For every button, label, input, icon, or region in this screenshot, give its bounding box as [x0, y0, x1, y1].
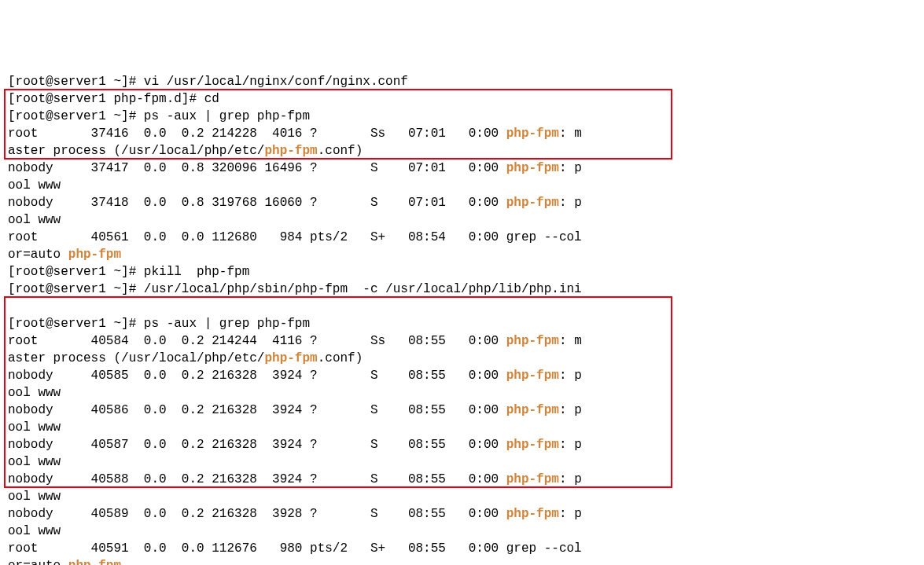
prompt-line: [root@server1 ~]# ps -aux | grep php-fpm: [8, 317, 310, 331]
ps-row: nobody 40589 0.0 0.2 216328 3928 ? S 08:…: [8, 507, 582, 521]
ps-row: root 40584 0.0 0.2 214244 4116 ? Ss 08:5…: [8, 334, 582, 348]
prompt-line: [root@server1 ~]# vi /usr/local/nginx/co…: [8, 75, 408, 89]
ps-row: root 37416 0.0 0.2 214228 4016 ? Ss 07:0…: [8, 127, 582, 141]
ps-row-wrap: or=auto php-fpm: [8, 559, 121, 565]
ps-row-wrap: aster process (/usr/local/php/etc/php-fp…: [8, 144, 363, 158]
terminal-output[interactable]: [root@server1 ~]# vi /usr/local/nginx/co…: [8, 73, 916, 565]
ps-row-wrap: ool www: [8, 213, 61, 227]
ps-row-wrap: ool www: [8, 455, 61, 469]
ps-row: nobody 40585 0.0 0.2 216328 3924 ? S 08:…: [8, 369, 582, 383]
ps-row: nobody 40588 0.0 0.2 216328 3924 ? S 08:…: [8, 472, 582, 486]
ps-row: root 40561 0.0 0.0 112680 984 pts/2 S+ 0…: [8, 230, 582, 244]
ps-row-wrap: ool www: [8, 524, 61, 538]
ps-row-wrap: ool www: [8, 490, 61, 504]
ps-row-wrap: ool www: [8, 178, 61, 193]
ps-row-wrap: ool www: [8, 386, 61, 400]
prompt-line: [root@server1 ~]# pkill php-fpm: [8, 265, 249, 279]
ps-row: root 40591 0.0 0.0 112676 980 pts/2 S+ 0…: [8, 541, 582, 556]
ps-row-wrap: or=auto php-fpm: [8, 248, 121, 262]
ps-row: nobody 40586 0.0 0.2 216328 3924 ? S 08:…: [8, 403, 582, 417]
prompt-line: [root@server1 ~]# /usr/local/php/sbin/ph…: [8, 282, 582, 296]
prompt-line: [root@server1 ~]# ps -aux | grep php-fpm: [8, 109, 310, 123]
ps-row: nobody 37417 0.0 0.8 320096 16496 ? S 07…: [8, 161, 582, 175]
prompt-line: [root@server1 php-fpm.d]# cd: [8, 92, 219, 106]
ps-row: nobody 37418 0.0 0.8 319768 16060 ? S 07…: [8, 196, 582, 210]
ps-row: nobody 40587 0.0 0.2 216328 3924 ? S 08:…: [8, 438, 582, 452]
ps-row-wrap: ool www: [8, 420, 61, 435]
ps-row-wrap: aster process (/usr/local/php/etc/php-fp…: [8, 351, 363, 365]
